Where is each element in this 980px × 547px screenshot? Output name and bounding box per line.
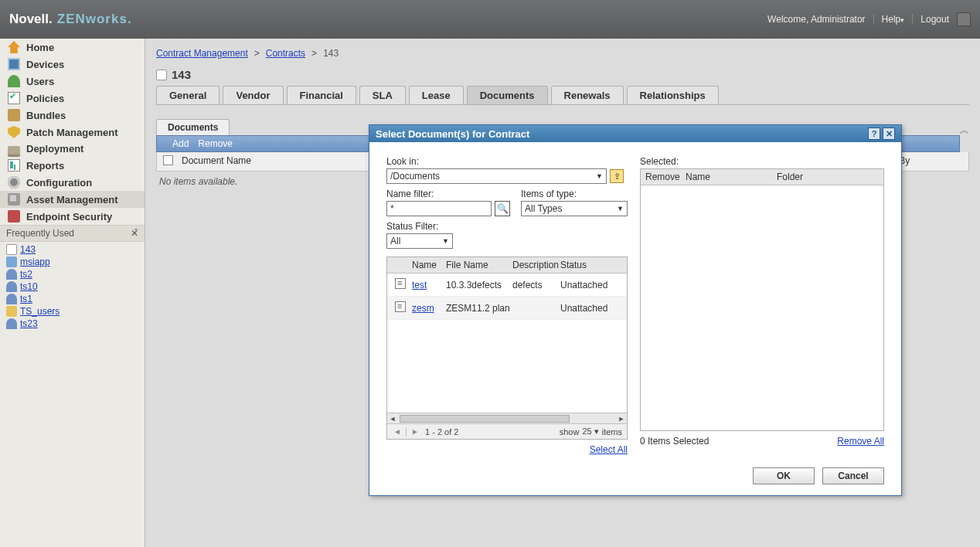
tab-relationships[interactable]: Relationships [627, 86, 719, 104]
shield-icon [8, 126, 20, 138]
col-sel-name[interactable]: Name [681, 169, 772, 185]
search-icon[interactable]: 🔍 [495, 201, 510, 216]
logout-link[interactable]: Logout [920, 14, 949, 25]
brand-secondary: ZENworks. [57, 12, 132, 27]
select-all-link[interactable]: Select All [590, 444, 628, 455]
ok-button[interactable]: OK [753, 467, 815, 484]
selected-documents-grid: Remove Name Folder [640, 168, 884, 431]
sidebar-item-label: Bundles [26, 110, 66, 121]
folder-icon [6, 306, 17, 317]
col-sel-folder[interactable]: Folder [772, 169, 883, 185]
document-row[interactable]: test 10.3.3defects defects Unattached [387, 274, 627, 297]
col-status[interactable]: Status [557, 257, 627, 273]
document-status: Unattached [557, 277, 627, 293]
sidebar-item-label: Patch Management [26, 127, 117, 138]
sidebar-item-reports[interactable]: Reports [0, 157, 145, 174]
freq-link[interactable]: msiapp [20, 257, 50, 267]
sidebar-item-bundles[interactable]: Bundles [0, 107, 145, 124]
next-page-icon[interactable]: ► [410, 426, 420, 437]
freq-item[interactable]: msiapp [3, 256, 141, 268]
col-remove[interactable]: Remove [641, 169, 681, 185]
tab-sla[interactable]: SLA [359, 86, 406, 104]
sidebar-item-label: Configuration [26, 177, 92, 189]
dialog-titlebar[interactable]: Select Document(s) for Contract ? ✕ [369, 125, 901, 142]
sidebar-item-label: Home [26, 42, 54, 53]
user-icon [6, 269, 17, 280]
monitor-icon [8, 58, 20, 70]
sidebar-item-users[interactable]: Users [0, 73, 145, 90]
sidebar-item-devices[interactable]: Devices [0, 56, 145, 73]
document-description: defects [509, 277, 557, 293]
freq-link[interactable]: TS_users [20, 306, 60, 317]
remove-all-link[interactable]: Remove All [837, 436, 884, 447]
documents-subtab[interactable]: Documents [156, 119, 230, 135]
freq-link[interactable]: ts2 [20, 269, 32, 280]
chevron-up-icon[interactable]: ✕̂ [131, 228, 138, 239]
freq-item[interactable]: ts1 [3, 293, 141, 305]
scroll-right-icon[interactable]: ► [616, 413, 627, 424]
status-filter-select[interactable]: All [386, 233, 453, 249]
sidebar-item-configuration[interactable]: Configuration [0, 174, 145, 191]
tab-vendor[interactable]: Vendor [223, 86, 283, 104]
freq-item[interactable]: TS_users [3, 305, 141, 318]
sidebar-item-deployment[interactable]: Deployment [0, 141, 145, 157]
sidebar-item-policies[interactable]: Policies [0, 90, 145, 107]
document-name-link[interactable]: test [412, 280, 427, 290]
help-icon[interactable]: ? [868, 127, 880, 140]
name-filter-input[interactable]: * [386, 201, 492, 216]
freq-item[interactable]: ts10 [3, 280, 141, 293]
sidebar-item-patch-management[interactable]: Patch Management [0, 124, 145, 141]
col-description[interactable]: Description [509, 257, 557, 273]
folder-up-icon[interactable]: ⇪ [610, 169, 624, 183]
sidebar-item-label: Reports [26, 160, 64, 172]
grid-pager: ◄ ► 1 - 2 of 2 show 25 ▾ items [387, 423, 627, 439]
tab-general[interactable]: General [156, 86, 219, 104]
items-type-select[interactable]: All Types [521, 201, 628, 216]
close-icon[interactable]: ✕ [883, 127, 895, 140]
look-in-select[interactable]: /Documents [386, 168, 607, 184]
brand-primary: Novell. [9, 12, 53, 27]
frequently-used-header[interactable]: Frequently Used ✕̂ [0, 225, 145, 242]
select-all-checkbox[interactable] [163, 155, 173, 165]
stack-icon [8, 146, 20, 154]
scroll-left-icon[interactable]: ◄ [387, 413, 398, 424]
col-file-name[interactable]: File Name [443, 257, 509, 273]
freq-item[interactable]: ts2 [3, 268, 141, 280]
freq-item[interactable]: 143 [3, 243, 141, 256]
scroll-thumb[interactable] [400, 415, 570, 423]
status-filter-label: Status Filter: [386, 221, 628, 232]
box-icon [8, 109, 20, 121]
crumb-contract-management[interactable]: Contract Management [156, 48, 248, 59]
document-row[interactable]: zesm ZESM11.2 plan Unattached [387, 297, 627, 320]
tab-documents[interactable]: Documents [467, 86, 548, 104]
pager-range: 1 - 2 of 2 [425, 427, 458, 437]
document-status: Unattached [557, 301, 627, 316]
freq-link[interactable]: 143 [20, 244, 36, 255]
tab-financial[interactable]: Financial [287, 86, 356, 104]
refresh-icon[interactable] [957, 12, 971, 26]
prev-page-icon[interactable]: ◄ [392, 426, 403, 437]
sidebar-item-endpoint-security[interactable]: Endpoint Security [0, 208, 145, 225]
freq-item[interactable]: ts23 [3, 318, 141, 330]
cancel-button[interactable]: Cancel [822, 467, 884, 484]
document-icon [156, 70, 167, 80]
freq-link[interactable]: ts10 [20, 281, 38, 292]
tab-renewals[interactable]: Renewals [551, 86, 624, 104]
freq-link[interactable]: ts23 [20, 318, 38, 329]
help-link[interactable]: Help▾ [882, 14, 905, 25]
crumb-contracts[interactable]: Contracts [266, 48, 305, 59]
look-in-label: Look in: [386, 156, 628, 167]
document-name-link[interactable]: zesm [412, 303, 434, 314]
breadcrumb: Contract Management > Contracts > 143 [156, 45, 969, 63]
collapse-icon[interactable]: ︽ [960, 124, 969, 137]
remove-button[interactable]: Remove [198, 138, 233, 149]
add-button[interactable]: Add [172, 138, 189, 149]
horizontal-scrollbar[interactable]: ◄ ► [387, 413, 627, 423]
tab-lease[interactable]: Lease [409, 86, 464, 104]
freq-link[interactable]: ts1 [20, 294, 32, 304]
page-title: 143 [172, 68, 191, 81]
sidebar-item-asset-management[interactable]: Asset Management [0, 191, 145, 208]
page-size-select[interactable]: 25 ▾ [582, 426, 598, 437]
sidebar-item-home[interactable]: Home [0, 39, 145, 56]
col-name[interactable]: Name [409, 257, 443, 273]
